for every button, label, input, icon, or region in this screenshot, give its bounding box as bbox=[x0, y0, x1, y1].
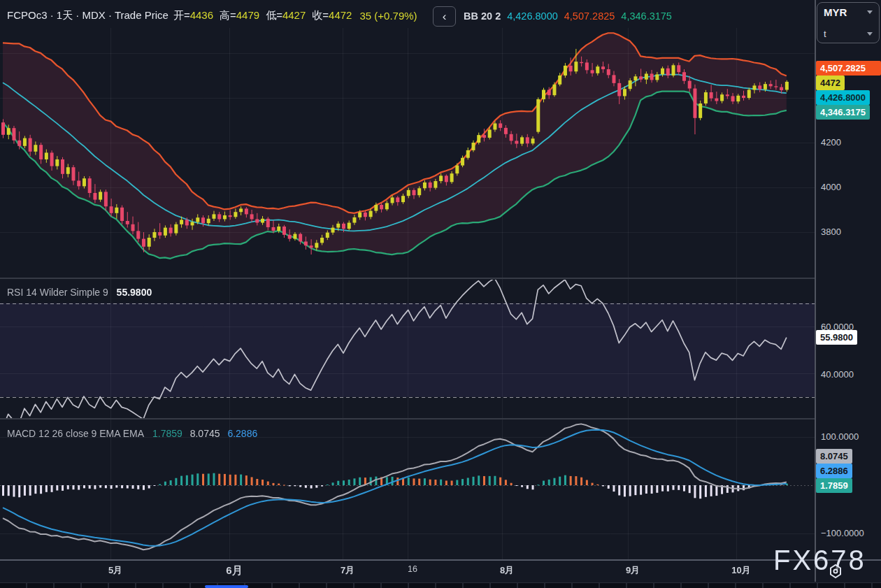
time-label: 7月 bbox=[327, 564, 368, 577]
macd-tick: −100.0000 bbox=[821, 528, 864, 538]
price-tick: 3800 bbox=[821, 227, 841, 237]
rsi-legend[interactable]: RSI 14 Wilder Simple 9 55.9800 bbox=[7, 287, 152, 298]
macd-hist-value: 1.7859 bbox=[152, 428, 182, 439]
rsi-tick: 40.0000 bbox=[821, 369, 854, 380]
ohlc-low: 低=4427 bbox=[266, 9, 307, 22]
change-value: 35 (+0.79%) bbox=[359, 10, 417, 22]
time-axis-divider bbox=[0, 559, 881, 561]
rsi-value-chip: 55.9800 bbox=[816, 330, 857, 345]
rsi-value: 55.9800 bbox=[117, 287, 152, 298]
bb-mid-price-chip: 4,426.8000 bbox=[816, 90, 870, 105]
currency-unit-box: MYR t bbox=[817, 2, 880, 43]
unit-select[interactable]: t bbox=[824, 29, 873, 39]
macd-tick: 100.0000 bbox=[821, 431, 859, 442]
bb-mid-value: 4,426.8000 bbox=[507, 10, 558, 22]
macd-title: MACD 12 26 close 9 EMA EMA bbox=[7, 428, 144, 439]
chevron-down-icon bbox=[867, 10, 873, 14]
macd-line-value: 8.0745 bbox=[190, 428, 220, 439]
macd-hist-chip: 1.7859 bbox=[816, 478, 852, 493]
main-legend[interactable]: FCPOc3 · 1天 · MDX · Trade Price 开=4436 高… bbox=[7, 9, 417, 22]
time-label: 5月 bbox=[94, 564, 136, 577]
time-label: 6月 bbox=[213, 564, 255, 578]
macd-legend[interactable]: MACD 12 26 close 9 EMA EMA 1.7859 8.0745… bbox=[7, 428, 257, 439]
bb-label: BB 20 2 bbox=[464, 10, 501, 22]
watermark-text: FX678 bbox=[773, 545, 866, 576]
last-price-chip: 4472 bbox=[816, 76, 845, 90]
pane-divider-main-rsi[interactable] bbox=[0, 278, 815, 279]
bb-lower-price-chip: 4,346.3175 bbox=[816, 105, 870, 120]
chevron-down-icon bbox=[867, 32, 873, 36]
ohlc-open: 开=4436 bbox=[173, 9, 215, 22]
time-label: 8月 bbox=[486, 564, 528, 577]
currency-label: MYR bbox=[824, 6, 847, 18]
ohlc-close: 收=4472 bbox=[312, 9, 353, 22]
time-label: 16 bbox=[392, 564, 434, 574]
back-button[interactable]: ‹ bbox=[433, 6, 456, 27]
bottom-scrollbar[interactable] bbox=[0, 582, 881, 588]
pane-divider-rsi-macd[interactable] bbox=[0, 418, 815, 420]
time-label: 9月 bbox=[612, 564, 654, 577]
chevron-left-icon: ‹ bbox=[443, 10, 447, 23]
symbol-title[interactable]: FCPOc3 · 1天 · MDX · Trade Price bbox=[7, 9, 169, 22]
currency-select[interactable]: MYR bbox=[824, 6, 873, 18]
macd-line-chip: 8.0745 bbox=[816, 449, 852, 464]
scrollbar-thumb[interactable] bbox=[205, 585, 248, 588]
time-axis[interactable]: 5月 6月 7月 16 8月 9月 10月 bbox=[0, 561, 881, 582]
bb-upper-price-chip: 4,507.2825 bbox=[816, 61, 881, 76]
bb-upper-value: 4,507.2825 bbox=[564, 10, 615, 22]
time-label: 10月 bbox=[720, 564, 762, 577]
macd-signal-chip: 6.2886 bbox=[816, 464, 852, 478]
unit-label: t bbox=[824, 29, 826, 39]
ohlc-high: 高=4479 bbox=[220, 9, 261, 22]
price-tick: 4200 bbox=[821, 137, 841, 148]
rsi-title: RSI 14 Wilder Simple 9 bbox=[7, 287, 108, 298]
macd-signal-value: 6.2886 bbox=[227, 428, 257, 439]
bb-lower-value: 4,346.3175 bbox=[621, 10, 672, 22]
price-tick: 4000 bbox=[821, 182, 841, 192]
bb-indicator-legend[interactable]: BB 20 2 4,426.8000 4,507.2825 4,346.3175 bbox=[464, 10, 672, 22]
chart-window: FCPOc3 · 1天 · MDX · Trade Price 开=4436 高… bbox=[0, 0, 881, 588]
gear-icon bbox=[828, 564, 843, 579]
